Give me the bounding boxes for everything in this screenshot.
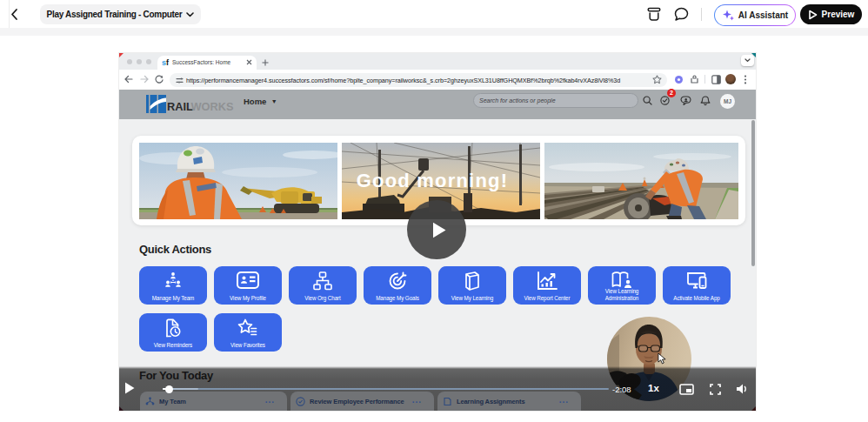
svg-text:WORKS: WORKS xyxy=(191,100,235,113)
svg-text:RAIL: RAIL xyxy=(167,100,193,113)
